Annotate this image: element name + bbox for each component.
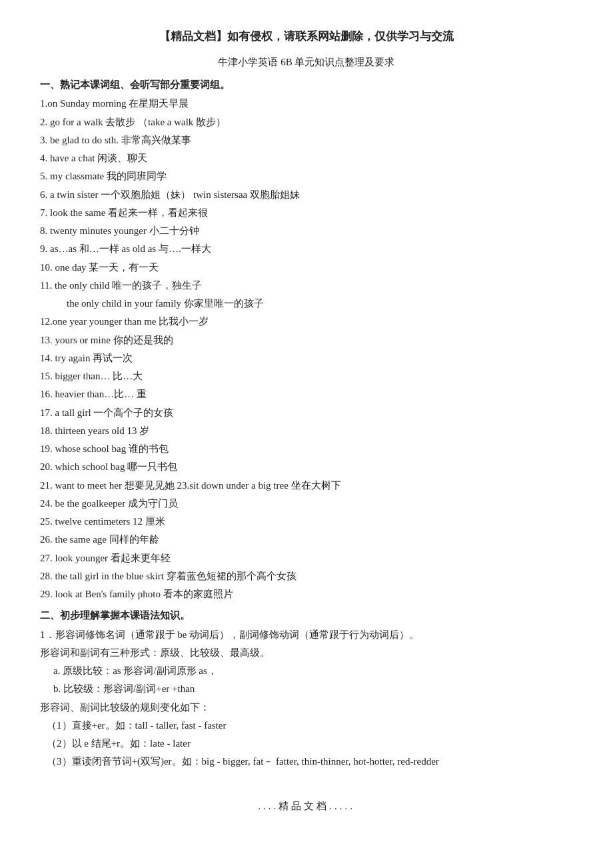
list-item: 20. which school bag 哪一只书包 (40, 458, 573, 475)
section2-b: b. 比较级：形容词/副词+er +than (40, 680, 573, 697)
list-item: 17. a tall girl 一个高个子的女孩 (40, 404, 573, 421)
list-item: 11. the only child 唯一的孩子，独生子 (40, 277, 573, 294)
section1-header: 一、熟记本课词组、会听写部分重要词组。 (40, 76, 573, 93)
list-item: 25. twelve centimeters 12 厘米 (40, 513, 573, 530)
list-item: 6. a twin sister 一个双胞胎姐（妹） twin sistersa… (40, 186, 573, 203)
footer: ....精品文档..... (40, 797, 573, 815)
list-item: 18. thirteen years old 13 岁 (40, 422, 573, 439)
list-item: 7. look the same 看起来一样，看起来很 (40, 204, 573, 221)
list-item: 10. one day 某一天，有一天 (40, 259, 573, 276)
list-item: 3. be glad to do sth. 非常高兴做某事 (40, 131, 573, 149)
section1-items: 1.on Sunday morning 在星期天早晨2. go for a wa… (40, 95, 573, 603)
subtitle: 牛津小学英语 6B 单元知识点整理及要求 (40, 53, 573, 71)
list-item: 14. try again 再试一次 (40, 349, 573, 367)
list-item: （3）重读闭音节词+(双写)er。如：big - bigger, fat－ fa… (40, 753, 573, 770)
section2-header: 二、初步理解掌握本课语法知识。 (40, 607, 573, 624)
main-title: 【精品文档】如有侵权，请联系网站删除，仅供学习与交流 (40, 27, 573, 47)
list-item: 1.on Sunday morning 在星期天早晨 (40, 95, 573, 112)
list-item: 28. the tall girl in the blue skirt 穿着蓝色… (40, 567, 573, 585)
section2-intro: 1．形容词修饰名词（通常跟于 be 动词后），副词修饰动词（通常跟于行为动词后）… (40, 626, 573, 643)
list-item: 13. yours or mine 你的还是我的 (40, 331, 573, 349)
list-item: 27. look younger 看起来更年轻 (40, 549, 573, 567)
list-item: 19. whose school bag 谁的书包 (40, 440, 573, 457)
list-item: 8. twenty minutes younger 小二十分钟 (40, 222, 573, 239)
list-item: 29. look at Ben's family photo 看本的家庭照片 (40, 585, 573, 603)
list-item: the only child in your family 你家里唯一的孩子 (40, 295, 573, 312)
list-item: （2）以 e 结尾+r。如：late - later (40, 735, 573, 752)
list-item: 26. the same age 同样的年龄 (40, 531, 573, 548)
list-item: 15. bigger than… 比…大 (40, 367, 573, 385)
list-item: （1）直接+er。如：tall - taller, fast - faster (40, 717, 573, 734)
section2-a: a. 原级比较：as 形容词/副词原形 as， (40, 662, 573, 679)
list-item: 5. my classmate 我的同班同学 (40, 167, 573, 185)
list-item: 2. go for a walk 去散步 （take a walk 散步） (40, 113, 573, 131)
section2-line2: 形容词和副词有三种形式：原级、比较级、最高级。 (40, 644, 573, 661)
list-item: 12.one year younger than me 比我小一岁 (40, 313, 573, 330)
list-item: 21. want to meet her 想要见见她 23.sit down u… (40, 477, 573, 494)
section2-rules: （1）直接+er。如：tall - taller, fast - faster（… (40, 717, 573, 771)
list-item: 4. have a chat 闲谈、聊天 (40, 149, 573, 167)
list-item: 24. be the goalkeeper 成为守门员 (40, 495, 573, 512)
section2-rule-header: 形容词、副词比较级的规则变化如下： (40, 699, 573, 716)
list-item: 16. heavier than…比… 重 (40, 385, 573, 403)
list-item: 9. as…as 和…一样 as old as 与….一样大 (40, 240, 573, 257)
